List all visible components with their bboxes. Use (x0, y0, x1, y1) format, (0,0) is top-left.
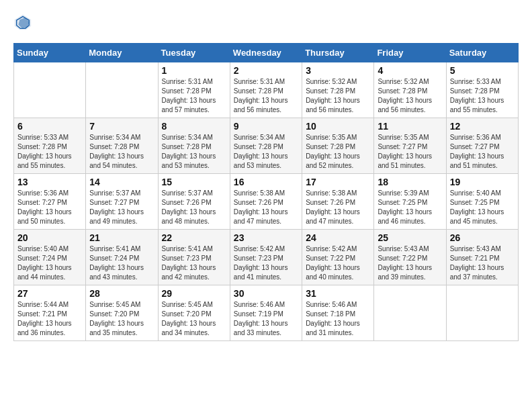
day-info: Sunrise: 5:36 AM Sunset: 7:27 PM Dayligh… (17, 189, 82, 226)
calendar-week-row: 1Sunrise: 5:31 AM Sunset: 7:28 PM Daylig… (14, 62, 519, 118)
calendar-cell: 23Sunrise: 5:42 AM Sunset: 7:23 PM Dayli… (230, 230, 302, 285)
weekday-header-tuesday: Tuesday (158, 44, 230, 62)
calendar-cell: 18Sunrise: 5:39 AM Sunset: 7:25 PM Dayli… (374, 174, 446, 230)
day-number: 29 (162, 288, 226, 299)
day-number: 20 (17, 232, 82, 243)
day-info: Sunrise: 5:42 AM Sunset: 7:23 PM Dayligh… (234, 244, 298, 282)
calendar-cell: 26Sunrise: 5:43 AM Sunset: 7:21 PM Dayli… (446, 230, 518, 285)
day-info: Sunrise: 5:46 AM Sunset: 7:18 PM Dayligh… (306, 300, 370, 338)
calendar-cell: 19Sunrise: 5:40 AM Sunset: 7:25 PM Dayli… (446, 174, 518, 230)
calendar-cell: 31Sunrise: 5:46 AM Sunset: 7:18 PM Dayli… (302, 285, 374, 341)
calendar-cell: 24Sunrise: 5:42 AM Sunset: 7:22 PM Dayli… (302, 230, 374, 285)
day-number: 9 (234, 121, 298, 132)
day-info: Sunrise: 5:34 AM Sunset: 7:28 PM Dayligh… (89, 133, 154, 171)
day-number: 21 (89, 232, 154, 243)
calendar-cell: 4Sunrise: 5:32 AM Sunset: 7:28 PM Daylig… (374, 62, 446, 118)
calendar-cell: 5Sunrise: 5:33 AM Sunset: 7:28 PM Daylig… (446, 62, 518, 118)
calendar-cell: 15Sunrise: 5:37 AM Sunset: 7:26 PM Dayli… (158, 174, 230, 230)
day-number: 3 (306, 65, 370, 76)
day-number: 22 (162, 232, 226, 243)
calendar-cell: 3Sunrise: 5:32 AM Sunset: 7:28 PM Daylig… (302, 62, 374, 118)
day-number: 16 (234, 177, 298, 187)
calendar-cell: 29Sunrise: 5:45 AM Sunset: 7:20 PM Dayli… (158, 285, 230, 341)
calendar-cell: 2Sunrise: 5:31 AM Sunset: 7:28 PM Daylig… (230, 62, 302, 118)
calendar-cell: 14Sunrise: 5:37 AM Sunset: 7:27 PM Dayli… (86, 174, 158, 230)
logo (13, 13, 35, 32)
calendar-cell: 20Sunrise: 5:40 AM Sunset: 7:24 PM Dayli… (14, 230, 86, 285)
day-number: 19 (450, 177, 515, 187)
weekday-header-friday: Friday (374, 44, 446, 62)
day-number: 7 (89, 121, 154, 132)
day-info: Sunrise: 5:35 AM Sunset: 7:28 PM Dayligh… (306, 133, 370, 171)
day-info: Sunrise: 5:45 AM Sunset: 7:20 PM Dayligh… (162, 300, 226, 338)
day-number: 11 (378, 121, 442, 132)
page-header (13, 13, 519, 32)
day-info: Sunrise: 5:41 AM Sunset: 7:23 PM Dayligh… (162, 244, 226, 282)
calendar-cell: 21Sunrise: 5:41 AM Sunset: 7:24 PM Dayli… (86, 230, 158, 285)
day-info: Sunrise: 5:36 AM Sunset: 7:27 PM Dayligh… (450, 133, 515, 171)
calendar-cell: 10Sunrise: 5:35 AM Sunset: 7:28 PM Dayli… (302, 118, 374, 174)
day-number: 4 (378, 65, 442, 76)
calendar-cell (14, 62, 86, 118)
calendar-cell (86, 62, 158, 118)
day-number: 18 (378, 177, 442, 187)
day-info: Sunrise: 5:37 AM Sunset: 7:26 PM Dayligh… (162, 189, 226, 226)
day-info: Sunrise: 5:31 AM Sunset: 7:28 PM Dayligh… (162, 77, 226, 115)
day-info: Sunrise: 5:34 AM Sunset: 7:28 PM Dayligh… (162, 133, 226, 171)
calendar-week-row: 20Sunrise: 5:40 AM Sunset: 7:24 PM Dayli… (14, 230, 519, 285)
calendar-cell: 28Sunrise: 5:45 AM Sunset: 7:20 PM Dayli… (86, 285, 158, 341)
day-number: 6 (17, 121, 82, 132)
calendar-week-row: 13Sunrise: 5:36 AM Sunset: 7:27 PM Dayli… (14, 174, 519, 230)
logo-icon (13, 13, 32, 32)
day-number: 23 (234, 232, 298, 243)
day-number: 15 (162, 177, 226, 187)
day-info: Sunrise: 5:43 AM Sunset: 7:22 PM Dayligh… (378, 244, 442, 282)
weekday-header-monday: Monday (86, 44, 158, 62)
day-number: 5 (450, 65, 515, 76)
calendar-cell: 7Sunrise: 5:34 AM Sunset: 7:28 PM Daylig… (86, 118, 158, 174)
weekday-header-saturday: Saturday (446, 44, 518, 62)
day-number: 27 (17, 288, 82, 299)
day-info: Sunrise: 5:38 AM Sunset: 7:26 PM Dayligh… (234, 189, 298, 226)
day-number: 17 (306, 177, 370, 187)
day-info: Sunrise: 5:32 AM Sunset: 7:28 PM Dayligh… (306, 77, 370, 115)
weekday-header-wednesday: Wednesday (230, 44, 302, 62)
day-number: 8 (162, 121, 226, 132)
day-number: 24 (306, 232, 370, 243)
day-info: Sunrise: 5:33 AM Sunset: 7:28 PM Dayligh… (450, 77, 515, 115)
day-info: Sunrise: 5:46 AM Sunset: 7:19 PM Dayligh… (234, 300, 298, 338)
day-number: 30 (234, 288, 298, 299)
day-info: Sunrise: 5:41 AM Sunset: 7:24 PM Dayligh… (89, 244, 154, 282)
day-number: 31 (306, 288, 370, 299)
calendar-cell: 9Sunrise: 5:34 AM Sunset: 7:28 PM Daylig… (230, 118, 302, 174)
calendar-cell (374, 285, 446, 341)
day-info: Sunrise: 5:39 AM Sunset: 7:25 PM Dayligh… (378, 189, 442, 226)
calendar-cell: 8Sunrise: 5:34 AM Sunset: 7:28 PM Daylig… (158, 118, 230, 174)
day-number: 13 (17, 177, 82, 187)
calendar-cell: 22Sunrise: 5:41 AM Sunset: 7:23 PM Dayli… (158, 230, 230, 285)
day-info: Sunrise: 5:38 AM Sunset: 7:26 PM Dayligh… (306, 189, 370, 226)
calendar-cell: 11Sunrise: 5:35 AM Sunset: 7:27 PM Dayli… (374, 118, 446, 174)
day-number: 2 (234, 65, 298, 76)
day-info: Sunrise: 5:32 AM Sunset: 7:28 PM Dayligh… (378, 77, 442, 115)
calendar-cell: 25Sunrise: 5:43 AM Sunset: 7:22 PM Dayli… (374, 230, 446, 285)
calendar-cell: 6Sunrise: 5:33 AM Sunset: 7:28 PM Daylig… (14, 118, 86, 174)
day-number: 10 (306, 121, 370, 132)
calendar-week-row: 27Sunrise: 5:44 AM Sunset: 7:21 PM Dayli… (14, 285, 519, 341)
weekday-header-thursday: Thursday (302, 44, 374, 62)
calendar-cell (446, 285, 518, 341)
calendar-cell: 27Sunrise: 5:44 AM Sunset: 7:21 PM Dayli… (14, 285, 86, 341)
day-info: Sunrise: 5:40 AM Sunset: 7:24 PM Dayligh… (17, 244, 82, 282)
day-number: 1 (162, 65, 226, 76)
day-info: Sunrise: 5:44 AM Sunset: 7:21 PM Dayligh… (17, 300, 82, 338)
day-info: Sunrise: 5:33 AM Sunset: 7:28 PM Dayligh… (17, 133, 82, 171)
day-number: 12 (450, 121, 515, 132)
day-number: 26 (450, 232, 515, 243)
day-info: Sunrise: 5:42 AM Sunset: 7:22 PM Dayligh… (306, 244, 370, 282)
day-number: 14 (89, 177, 154, 187)
day-info: Sunrise: 5:40 AM Sunset: 7:25 PM Dayligh… (450, 189, 515, 226)
calendar-cell: 1Sunrise: 5:31 AM Sunset: 7:28 PM Daylig… (158, 62, 230, 118)
day-info: Sunrise: 5:31 AM Sunset: 7:28 PM Dayligh… (234, 77, 298, 115)
day-number: 28 (89, 288, 154, 299)
day-info: Sunrise: 5:34 AM Sunset: 7:28 PM Dayligh… (234, 133, 298, 171)
